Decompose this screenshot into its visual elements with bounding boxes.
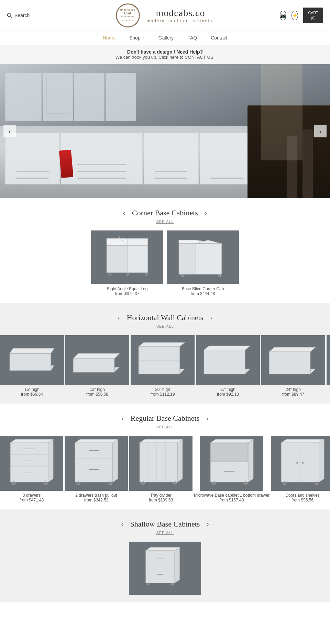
corner-base-grid: Right Angle Equal Leg from $372.37 <box>0 230 330 296</box>
rb-product-0[interactable]: 3 drawers from $471.43 <box>0 436 63 502</box>
regular-base-section: ‹ Regular Base Cabinets › SEE ALL <box>0 404 330 509</box>
hw-product-2[interactable]: 30" high from $112.19 <box>131 335 195 397</box>
corner-base-next[interactable]: › <box>205 210 207 217</box>
svg-point-0 <box>8 13 11 16</box>
rb-name-1: 2 drawers trash pullout <box>75 493 117 498</box>
hw-price-4: from $89.47 <box>282 392 304 397</box>
svg-marker-57 <box>177 439 183 482</box>
hero-next-button[interactable]: › <box>314 125 327 137</box>
shallow-base-section: ‹ Shallow Base Cabinets › SEE ALL <box>0 509 330 602</box>
svg-point-70 <box>244 482 248 485</box>
product-price-right-angle: from $372.37 <box>115 291 140 296</box>
hw-product-5[interactable] <box>327 335 330 397</box>
horizontal-wall-see-all[interactable]: SEE ALL <box>0 324 330 328</box>
rb-img-2 <box>129 436 192 491</box>
svg-marker-39 <box>48 439 53 482</box>
hw-price-3: from $92.13 <box>217 392 239 397</box>
nav-shop[interactable]: Shop + <box>129 35 145 41</box>
search-label: Search <box>14 13 30 18</box>
svg-marker-80 <box>145 547 179 550</box>
hw-img-0 <box>0 335 64 385</box>
search-icon <box>7 13 12 18</box>
svg-point-16 <box>218 274 221 277</box>
svg-rect-34 <box>269 352 310 374</box>
shallow-base-see-all[interactable]: SEE ALL <box>0 531 330 535</box>
product-img-blind-corner <box>167 230 239 284</box>
rb-product-2[interactable]: Tray divider from $109.63 <box>129 436 192 502</box>
hw-img-2 <box>131 335 195 385</box>
hw-name-3: 27" high <box>220 387 235 392</box>
hw-name-0: 15" high <box>24 387 40 392</box>
svg-marker-20 <box>10 348 54 353</box>
svg-point-61 <box>141 482 145 485</box>
bolt-icon[interactable]: ⚡ <box>292 11 298 20</box>
rb-product-3[interactable]: Microwave Base cabinet 1 bottom drawer f… <box>194 436 270 502</box>
regular-base-title: Regular Base Cabinets <box>131 414 199 423</box>
rb-img-3 <box>200 436 263 491</box>
cart-button[interactable]: CART (0) <box>303 8 323 23</box>
hero-prev-button[interactable]: ‹ <box>3 125 16 137</box>
rb-img-4 <box>271 436 330 491</box>
regular-base-prev[interactable]: ‹ <box>122 415 124 422</box>
instagram-icon[interactable]: 📷 <box>280 11 286 20</box>
svg-marker-56 <box>140 439 183 443</box>
rb-product-1[interactable]: 2 drawers trash pullout from $342.52 <box>65 436 128 502</box>
product-img-right-angle <box>91 230 163 284</box>
banner-line2: We can hook you up. Click here to CONTAC… <box>4 55 326 60</box>
product-name-right-angle: Right Angle Equal Leg <box>107 286 148 291</box>
product-blind-corner[interactable]: Base Blind Corner Cab from $444.48 <box>167 230 239 296</box>
cart-count: (0) <box>311 15 315 20</box>
rb-name-2: Tray divider <box>150 493 172 498</box>
svg-rect-79 <box>145 551 175 583</box>
rb-price-0: from $471.43 <box>20 498 44 502</box>
svg-point-86 <box>171 583 174 585</box>
svg-marker-49 <box>113 439 118 482</box>
rb-img-1 <box>65 436 128 491</box>
regular-base-see-all[interactable]: SEE ALL <box>0 425 330 429</box>
hw-product-4[interactable]: 24" high from $89.47 <box>261 335 325 397</box>
hw-name-1: 12" high <box>90 387 105 392</box>
rb-product-4[interactable]: Doors and shelves from $95.56 <box>271 436 330 502</box>
svg-marker-5 <box>127 238 148 245</box>
svg-point-45 <box>12 482 15 485</box>
horizontal-wall-prev[interactable]: ‹ <box>118 314 120 321</box>
svg-point-85 <box>147 583 150 585</box>
regular-base-next[interactable]: › <box>206 415 208 422</box>
horizontal-wall-next[interactable]: › <box>210 314 212 321</box>
hw-price-0: from $69.64 <box>21 392 43 397</box>
nav-gallery[interactable]: Gallery <box>158 35 174 41</box>
promo-banner[interactable]: Don't have a design / Need Help? We can … <box>0 45 330 64</box>
svg-marker-12 <box>196 244 222 274</box>
hw-img-3 <box>196 335 260 385</box>
svg-marker-81 <box>175 547 179 583</box>
corner-base-prev[interactable]: ‹ <box>123 210 125 217</box>
hw-product-0[interactable]: 15" high from $69.64 <box>0 335 64 397</box>
corner-base-section: ‹ Corner Base Cabinets › SEE ALL <box>0 198 330 303</box>
rb-price-2: from $109.63 <box>149 498 173 502</box>
search-button[interactable]: Search <box>7 13 48 18</box>
shallow-base-preview <box>0 542 330 595</box>
nav-home[interactable]: Home <box>103 35 116 41</box>
svg-marker-4 <box>107 238 127 245</box>
hw-price-1: from $56.58 <box>86 392 108 397</box>
hw-img-4 <box>261 335 325 385</box>
nav-contact[interactable]: Contact <box>211 35 227 41</box>
regular-base-strip: 3 drawers from $471.43 <box>0 436 330 502</box>
shallow-img-0[interactable] <box>129 542 201 595</box>
hw-product-1[interactable]: 12" high from $56.58 <box>65 335 129 397</box>
svg-point-54 <box>109 482 112 485</box>
hw-product-3[interactable]: 27" high from $92.13 <box>196 335 260 397</box>
corner-base-see-all[interactable]: SEE ALL <box>0 219 330 224</box>
svg-marker-64 <box>210 439 253 443</box>
shallow-base-prev[interactable]: ‹ <box>121 521 123 528</box>
svg-point-77 <box>283 482 286 485</box>
svg-marker-65 <box>248 439 253 482</box>
hw-name-4: 24" high <box>286 387 301 392</box>
product-price-blind-corner: from $444.48 <box>191 291 215 296</box>
svg-marker-27 <box>139 342 185 347</box>
nav-faq[interactable]: FAQ <box>187 35 197 41</box>
svg-marker-31 <box>204 346 250 350</box>
shallow-base-next[interactable]: › <box>207 521 209 528</box>
rb-img-0 <box>0 436 63 491</box>
product-right-angle[interactable]: Right Angle Equal Leg from $372.37 <box>91 230 163 296</box>
